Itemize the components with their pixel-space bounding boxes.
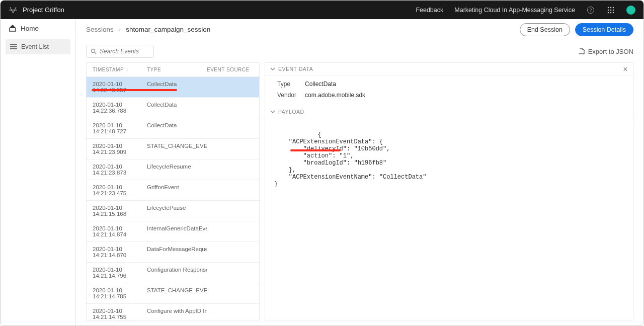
svg-point-4 [613, 7, 614, 8]
cell-source [207, 246, 253, 258]
cell-source [207, 287, 253, 299]
col-timestamp[interactable]: TIMESTAMP ↓ [93, 67, 147, 72]
event-rows[interactable]: 2020-01-10 14:22:48.957CollectData2020-0… [87, 77, 259, 320]
cell-source [207, 143, 253, 155]
close-icon[interactable]: × [623, 65, 628, 74]
breadcrumb-root[interactable]: Sessions [86, 26, 114, 33]
col-source[interactable]: EVENT SOURCE [207, 67, 253, 72]
body: Home Event List Sessions › shtomar_campa… [1, 19, 643, 325]
avatar[interactable] [626, 6, 635, 15]
table-row[interactable]: 2020-01-10 14:21:14.796Configuration Res… [87, 263, 259, 283]
cell-timestamp: 2020-01-10 14:21:23.475 [93, 184, 147, 196]
cell-timestamp: 2020-01-10 14:22:48.957 [93, 81, 147, 93]
help-icon[interactable]: ? [586, 6, 595, 15]
kv-vendor-label: Vendor [277, 92, 305, 99]
cell-source [207, 184, 253, 196]
export-icon [578, 48, 585, 55]
cell-source [207, 225, 253, 237]
content: TIMESTAMP ↓ TYPE EVENT SOURCE 2020-01-10… [76, 62, 643, 325]
payload-text: { "ACPExtensionEventData": { "deliveryId… [274, 131, 426, 188]
cell-timestamp: 2020-01-10 14:21:14.796 [93, 267, 147, 279]
main-header: Sessions › shtomar_campaign_session End … [76, 19, 643, 40]
search-box[interactable] [86, 45, 154, 58]
col-timestamp-label: TIMESTAMP [93, 67, 124, 72]
svg-point-5 [608, 9, 609, 11]
brand-logo-icon [9, 6, 18, 15]
table-row[interactable]: 2020-01-10 14:21:48.727CollectData [87, 118, 259, 139]
col-type[interactable]: TYPE [147, 67, 207, 72]
svg-point-7 [613, 9, 614, 11]
list-icon [10, 44, 17, 50]
cell-source [207, 122, 253, 134]
table-row[interactable]: 2020-01-10 14:22:36.788CollectData [87, 98, 259, 118]
table-row[interactable]: 2020-01-10 14:22:48.957CollectData [87, 77, 259, 98]
cell-timestamp: 2020-01-10 14:21:23.873 [93, 164, 147, 176]
cell-source [207, 81, 253, 93]
header-actions: End Session Session Details [520, 23, 633, 36]
svg-point-9 [610, 12, 612, 13]
sidebar-home-label: Home [21, 25, 39, 32]
app-window: Project Griffon Feedback Marketing Cloud… [0, 0, 644, 326]
cell-timestamp: 2020-01-10 14:21:14.785 [93, 287, 147, 299]
event-data-label: EVENT DATA [278, 66, 313, 72]
table-row[interactable]: 2020-01-10 14:21:15.168LifecyclePause [87, 201, 259, 221]
apps-grid-icon[interactable] [606, 6, 615, 15]
table-row[interactable]: 2020-01-10 14:21:14.785STATE_CHANGE_EVEN… [87, 283, 259, 304]
sidebar-event-list[interactable]: Event List [6, 39, 70, 54]
cell-timestamp: 2020-01-10 14:21:14.870 [93, 246, 147, 258]
cell-timestamp: 2020-01-10 14:21:23.909 [93, 143, 147, 155]
cell-timestamp: 2020-01-10 14:21:14.874 [93, 225, 147, 237]
table-row[interactable]: 2020-01-10 14:21:14.870DataForMessageReq… [87, 242, 259, 263]
sidebar: Home Event List [1, 19, 76, 325]
svg-point-3 [610, 7, 612, 8]
cell-timestamp: 2020-01-10 14:21:15.168 [93, 205, 147, 217]
table-row[interactable]: 2020-01-10 14:21:14.755Configure with Ap… [87, 304, 259, 320]
table-row[interactable]: 2020-01-10 14:21:23.909STATE_CHANGE_EVEN… [87, 139, 259, 159]
kv-vendor: Vendor com.adobe.mobile.sdk [265, 90, 633, 101]
session-details-button[interactable]: Session Details [575, 23, 633, 36]
event-data-section-header[interactable]: EVENT DATA × [265, 63, 633, 75]
svg-point-11 [92, 49, 95, 53]
table-row[interactable]: 2020-01-10 14:21:23.475GriffonEvent [87, 180, 259, 201]
cell-source [207, 308, 253, 320]
end-session-button[interactable]: End Session [520, 23, 570, 36]
sidebar-home[interactable]: Home [1, 19, 75, 37]
kv-type-label: Type [277, 80, 305, 88]
export-json-button[interactable]: Export to JSON [578, 48, 633, 55]
cell-type: Configure with AppID Inter [147, 308, 207, 320]
svg-text:?: ? [589, 8, 592, 13]
cell-type: CollectData [147, 81, 207, 93]
chevron-down-icon [270, 66, 275, 71]
kv-vendor-value: com.adobe.mobile.sdk [305, 92, 365, 99]
event-data-body: Type CollectData Vendor com.adobe.mobile… [265, 75, 633, 106]
cell-type: LifecyclePause [147, 205, 207, 217]
detail-panel: EVENT DATA × Type CollectData Vendor com… [265, 62, 633, 320]
cell-type: LifecycleResume [147, 164, 207, 176]
svg-point-6 [610, 9, 612, 11]
brand-title: Project Griffon [23, 6, 64, 14]
service-link[interactable]: Marketing Cloud In App-Messaging Service [454, 7, 575, 14]
cell-timestamp: 2020-01-10 14:21:48.727 [93, 122, 147, 134]
svg-point-2 [608, 7, 609, 8]
payload-label: PAYLOAD [278, 109, 304, 115]
table-row[interactable]: 2020-01-10 14:21:23.873LifecycleResume [87, 159, 259, 180]
topbar: Project Griffon Feedback Marketing Cloud… [1, 1, 643, 19]
cell-source [207, 267, 253, 279]
search-input[interactable] [100, 48, 149, 55]
feedback-link[interactable]: Feedback [416, 7, 443, 14]
cell-type: STATE_CHANGE_EVENT [147, 143, 207, 155]
payload-body: { "ACPExtensionEventData": { "deliveryId… [265, 118, 633, 208]
cell-type: CollectData [147, 102, 207, 114]
sidebar-event-list-label: Event List [21, 43, 49, 50]
annotation-red-underline [290, 149, 341, 151]
breadcrumb-current: shtomar_campaign_session [126, 26, 210, 33]
cell-type: Configuration Response Ev [147, 267, 207, 279]
home-icon [9, 24, 17, 32]
svg-line-12 [95, 52, 96, 54]
cell-type: STATE_CHANGE_EVENT [147, 287, 207, 299]
kv-type-value: CollectData [305, 80, 336, 88]
table-row[interactable]: 2020-01-10 14:21:14.874InternalGenericDa… [87, 221, 259, 242]
topbar-right: Feedback Marketing Cloud In App-Messagin… [416, 6, 635, 15]
payload-section-header[interactable]: PAYLOAD [265, 106, 633, 118]
sort-down-icon: ↓ [126, 67, 129, 72]
